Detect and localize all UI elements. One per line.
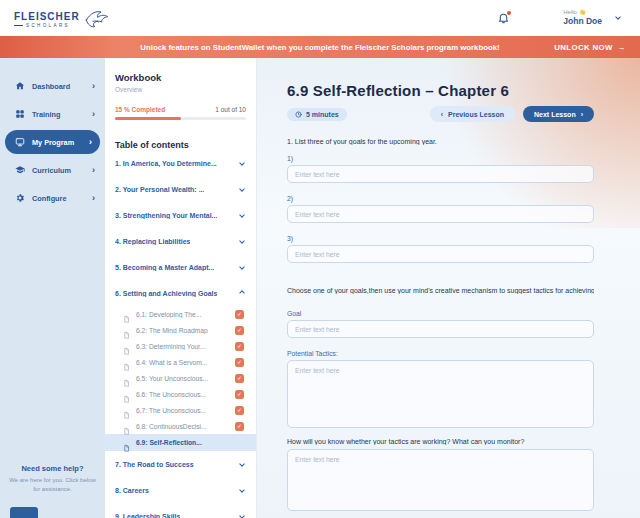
toc-lesson-6-3[interactable]: 6.3: Determining Your... ✓ — [115, 338, 246, 354]
toc-lesson-6-5[interactable]: 6.5: Your Unconscious... ✓ — [115, 370, 246, 386]
logo-wordmark: FLEISCHER — [14, 12, 80, 22]
goal-label: Goal — [287, 310, 594, 317]
question-3: How will you know whether your tactics a… — [287, 438, 594, 445]
chevron-right-icon: › — [92, 82, 95, 91]
check-icon: ✓ — [235, 422, 244, 431]
chevron-down-icon — [239, 513, 245, 518]
chevron-right-icon: › — [89, 138, 92, 147]
monitor-icon — [15, 137, 26, 147]
chevron-right-icon: › — [92, 194, 95, 203]
chevron-down-icon — [239, 238, 245, 244]
notification-dot — [507, 11, 512, 16]
question-1: 1. List three of your goals for the upco… — [287, 138, 594, 145]
chevron-up-icon — [239, 290, 245, 296]
assistance-button[interactable] — [10, 507, 38, 518]
arrow-right-icon: → — [618, 43, 626, 52]
monitor-textarea[interactable] — [287, 449, 594, 511]
next-lesson-button[interactable]: Next Lesson › — [523, 106, 594, 122]
toc-lesson-6-9-selected[interactable]: 6.9: Self-Reflection... — [105, 434, 256, 451]
toc-heading: Table of contents — [115, 140, 246, 150]
chevron-right-icon: › — [581, 111, 583, 118]
wave-emoji-icon: 👋 — [579, 9, 586, 15]
document-icon — [123, 390, 131, 399]
progress-bar-fill — [115, 117, 181, 120]
unlock-now-button[interactable]: UNLOCK NOW → — [554, 43, 626, 52]
user-menu[interactable]: Hello👋 John Doe — [563, 9, 620, 27]
chevron-down-icon — [239, 461, 245, 467]
check-icon: ✓ — [235, 326, 244, 335]
promo-banner: Unlock features on StudentWallet when yo… — [0, 36, 640, 58]
left-sidebar: Dashboard › Training › My Program › Curr… — [0, 58, 105, 518]
greeting-text: Hello — [563, 9, 577, 15]
goal-3-label: 3) — [287, 235, 594, 242]
document-icon — [123, 422, 131, 431]
toc-lesson-6-7[interactable]: 6.7: The Unconscious... ✓ — [115, 402, 246, 418]
check-icon: ✓ — [235, 358, 244, 367]
toc-lesson-6-4[interactable]: 6.4: What is a Servom... ✓ — [115, 354, 246, 370]
document-icon — [123, 326, 131, 335]
logo-dash — [14, 25, 23, 26]
check-icon: ✓ — [235, 310, 244, 319]
chevron-down-icon — [239, 160, 245, 166]
toc-lesson-6-6[interactable]: 6.6: The Unconscious... ✓ — [115, 386, 246, 402]
user-name: John Doe — [563, 16, 602, 27]
tactics-label: Potential Tactics: — [287, 350, 594, 357]
home-icon — [15, 81, 26, 91]
goal-3-input[interactable] — [287, 245, 594, 263]
toc-chapter-8[interactable]: 8. Careers — [115, 477, 246, 503]
chevron-right-icon: › — [92, 110, 95, 119]
chevron-left-icon: ‹ — [441, 111, 443, 118]
graduation-cap-icon — [15, 165, 26, 175]
question-2: Choose one of your goals,then use your m… — [287, 287, 594, 294]
toc-chapter-3[interactable]: 3. Strengthening Your Mental... — [115, 202, 246, 228]
toc-lesson-6-2[interactable]: 6.2: The Mind Roadmap ✓ — [115, 322, 246, 338]
toc-lesson-6-8[interactable]: 6.8: ContinuousDecisi... ✓ — [115, 418, 246, 434]
toc-chapter-7[interactable]: 7. The Road to Success — [115, 451, 246, 477]
lesson-content: 6.9 Self-Reflection – Chapter 6 5 minute… — [257, 58, 640, 518]
logo-subtitle: SCHOLARS — [26, 24, 70, 29]
chevron-down-icon — [239, 212, 245, 218]
tactics-textarea[interactable] — [287, 360, 594, 428]
sidebar-item-dashboard[interactable]: Dashboard › — [0, 74, 105, 98]
chevron-right-icon: › — [92, 166, 95, 175]
logo-mascot-icon — [83, 8, 111, 28]
help-block: Need some help? We are here for you. Cli… — [0, 464, 105, 494]
toc-chapter-4[interactable]: 4. Replacing Liabilities — [115, 228, 246, 254]
help-title: Need some help? — [8, 464, 97, 473]
banner-message: Unlock features on StudentWallet when yo… — [0, 43, 640, 52]
workbook-subtitle: Overview — [115, 86, 246, 93]
document-icon — [123, 374, 131, 383]
notification-bell-icon[interactable] — [497, 11, 511, 26]
duration-badge: 5 minutes — [287, 108, 347, 121]
document-icon — [123, 406, 131, 415]
goal-1-input[interactable] — [287, 165, 594, 183]
goal-2-input[interactable] — [287, 205, 594, 223]
document-icon — [123, 310, 131, 319]
check-icon: ✓ — [235, 374, 244, 383]
goal-1-label: 1) — [287, 155, 594, 162]
help-text: We are here for you. Click below for ass… — [8, 476, 97, 494]
toc-chapter-1[interactable]: 1. In America, You Determine... — [115, 150, 246, 176]
sidebar-item-configure[interactable]: Configure › — [0, 186, 105, 210]
sidebar-item-training[interactable]: Training › — [0, 102, 105, 126]
goal-2-label: 2) — [287, 195, 594, 202]
check-icon: ✓ — [235, 406, 244, 415]
chevron-down-icon — [239, 264, 245, 270]
chevron-down-icon — [239, 186, 245, 192]
workbook-panel: Workbook Overview 15 % Completed 1 out o… — [105, 58, 257, 518]
sidebar-item-my-program[interactable]: My Program › — [5, 130, 100, 154]
toc-lesson-6-1[interactable]: 6.1: Developing The... ✓ — [115, 306, 246, 322]
toc-chapter-9[interactable]: 9. Leadership Skills — [115, 503, 246, 518]
goal-input[interactable] — [287, 320, 594, 338]
sidebar-item-curriculum[interactable]: Curriculum › — [0, 158, 105, 182]
fleischer-scholars-logo: FLEISCHER SCHOLARS — [14, 8, 111, 28]
progress-percent-label: 15 % Completed — [115, 106, 165, 113]
previous-lesson-button[interactable]: ‹ Previous Lesson — [430, 106, 515, 122]
top-header: FLEISCHER SCHOLARS Hello👋 John Doe — [0, 0, 640, 36]
page-title: 6.9 Self-Reflection – Chapter 6 — [287, 82, 594, 99]
toc-chapter-5[interactable]: 5. Becoming a Master Adapt... — [115, 254, 246, 280]
toc-chapter-6[interactable]: 6. Setting and Achieving Goals — [115, 280, 246, 306]
check-icon: ✓ — [235, 342, 244, 351]
toc-chapter-2[interactable]: 2. Your Personal Wealth: ... — [115, 176, 246, 202]
clock-icon — [295, 111, 302, 118]
